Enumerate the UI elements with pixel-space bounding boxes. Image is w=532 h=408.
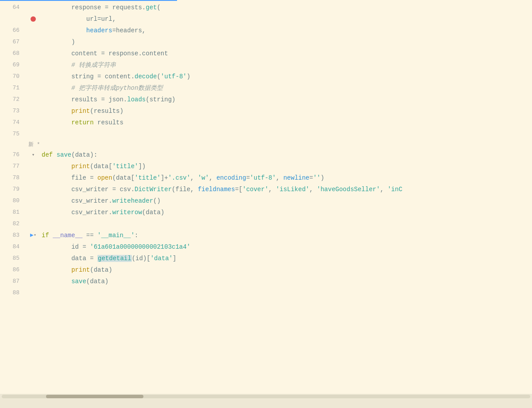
line-number: 72 (0, 94, 27, 105)
code-line: 68 content = response.content (0, 48, 532, 59)
code-line: 64 response = requests.get( (0, 2, 532, 13)
code-line: 83 ▶ ▾ if __name__ == '__main__': (0, 230, 532, 241)
section-label: 新 * (0, 140, 532, 149)
progress-bar (0, 0, 177, 1)
line-gutter-fold-both[interactable]: ▶ ▾ (27, 230, 40, 241)
line-content: print(data) (40, 264, 532, 276)
line-content: ) (40, 36, 532, 48)
horizontal-scrollbar-thumb[interactable] (46, 395, 143, 398)
line-gutter-breakpoint (27, 16, 40, 22)
line-content: return results (40, 117, 532, 128)
line-content: # 转换成字符串 (40, 59, 532, 71)
line-number: 80 (0, 195, 27, 207)
line-number: 81 (0, 207, 27, 218)
code-line: 67 ) (0, 36, 532, 48)
line-number: 64 (0, 2, 27, 13)
code-line: 88 (0, 287, 532, 299)
line-number: 67 (0, 36, 27, 48)
line-number: 77 (0, 161, 27, 172)
line-content: response = requests.get( (40, 2, 532, 13)
line-content: data = getdetail(id)['data'] (40, 253, 532, 264)
code-line: 78 file = open(data['title']+'.csv', 'w'… (0, 172, 532, 184)
line-number: 75 (0, 128, 27, 140)
editor-container: 64 response = requests.get( url=url, 66 (0, 0, 532, 408)
code-line: 79 csv_writer = csv.DictWriter(file, fie… (0, 184, 532, 195)
line-content: url=url, (40, 13, 532, 25)
code-line: 81 csv_writer.writerow(data) (0, 207, 532, 218)
section-label-text: 新 * (28, 141, 40, 148)
line-number: 73 (0, 105, 27, 117)
fold-arrow-icon[interactable]: ▾ (32, 149, 35, 161)
code-line: 82 (0, 218, 532, 230)
line-content: file = open(data['title']+'.csv', 'w', e… (40, 172, 532, 184)
line-content: csv_writer = csv.DictWriter(file, fieldn… (40, 184, 531, 195)
line-number: 78 (0, 172, 27, 184)
fold-down-icon[interactable]: ▾ (34, 230, 36, 241)
line-number: 70 (0, 71, 27, 82)
code-line: 70 string = content.decode('utf-8') (0, 71, 532, 82)
code-line: 84 id = '61a601a00000000002103c1a4' (0, 241, 532, 253)
line-number: 79 (0, 184, 27, 195)
line-number: 74 (0, 117, 27, 128)
breakpoint-dot (31, 16, 36, 22)
line-number: 82 (0, 218, 27, 230)
line-content: results = json.loads(string) (40, 94, 532, 105)
code-line: 72 results = json.loads(string) (0, 94, 532, 105)
line-content: print(results) (40, 105, 532, 117)
line-content: def save(data): (40, 149, 532, 161)
line-number: 69 (0, 59, 27, 71)
line-content: content = response.content (40, 48, 532, 59)
code-line: 77 print(data['title']) (0, 161, 532, 172)
line-gutter-fold[interactable]: ▾ (27, 149, 40, 161)
horizontal-scrollbar-track[interactable] (2, 395, 530, 398)
line-content: csv_writer.writerow(data) (40, 207, 532, 218)
code-line: 75 (0, 128, 532, 140)
line-number: 88 (0, 287, 27, 299)
line-content: # 把字符串转成python数据类型 (40, 82, 532, 94)
line-content: csv_writer.writeheader() (40, 195, 532, 207)
line-content: if __name__ == '__main__': (40, 230, 532, 241)
line-number: 76 (0, 149, 27, 161)
code-line: 74 return results (0, 117, 532, 128)
line-number: 85 (0, 253, 27, 264)
code-line: 66 headers=headers, (0, 25, 532, 36)
code-line: 80 csv_writer.writeheader() (0, 195, 532, 207)
line-number: 84 (0, 241, 27, 253)
line-content (40, 218, 532, 230)
code-line: 76 ▾ def save(data): (0, 149, 532, 161)
horizontal-scrollbar-area (0, 394, 532, 399)
code-line: 87 save(data) (0, 276, 532, 287)
code-line: 71 # 把字符串转成python数据类型 (0, 82, 532, 94)
code-scroll[interactable]: 64 response = requests.get( url=url, 66 (0, 2, 532, 394)
line-number: 87 (0, 276, 27, 287)
code-area: 64 response = requests.get( url=url, 66 (0, 2, 532, 408)
line-content (40, 128, 532, 140)
code-line: 69 # 转换成字符串 (0, 59, 532, 71)
code-line: 85 data = getdetail(id)['data'] (0, 253, 532, 264)
code-line: 73 print(results) (0, 105, 532, 117)
code-line: url=url, (0, 13, 532, 25)
code-line: 86 print(data) (0, 264, 532, 276)
fold-right-icon[interactable]: ▶ (30, 230, 34, 241)
line-content: string = content.decode('utf-8') (40, 71, 532, 82)
line-number: 66 (0, 25, 27, 36)
line-number: 86 (0, 264, 27, 276)
line-content: print(data['title']) (40, 161, 532, 172)
line-content: id = '61a601a00000000002103c1a4' (40, 241, 532, 253)
line-number: 68 (0, 48, 27, 59)
line-number: 71 (0, 82, 27, 94)
line-content (40, 287, 532, 299)
bottom-bar (0, 399, 532, 408)
line-number: 83 (0, 230, 27, 241)
line-content: save(data) (40, 276, 532, 287)
line-content: headers=headers, (40, 25, 532, 36)
